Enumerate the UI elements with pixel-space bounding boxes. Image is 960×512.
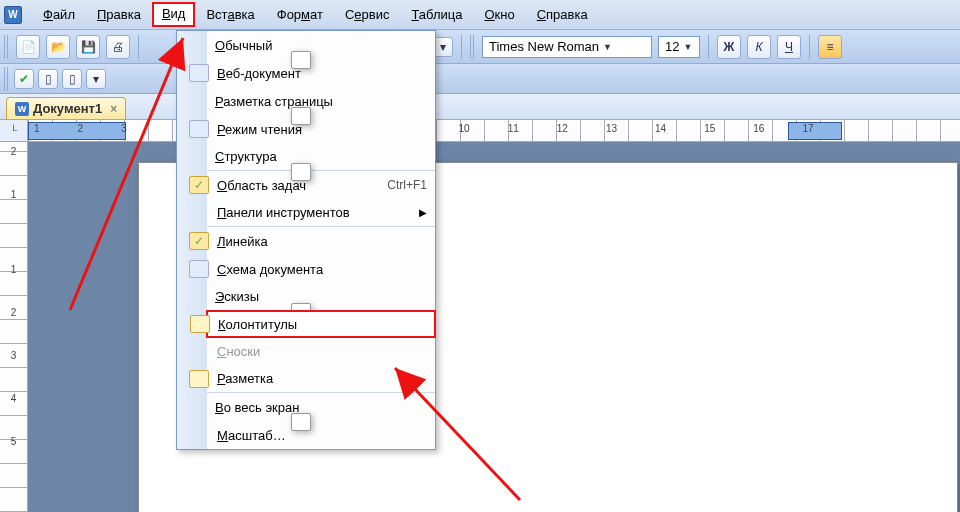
bold-button[interactable]: Ж <box>717 35 741 59</box>
check-icon: ✓ <box>189 176 209 194</box>
font-name-combo[interactable]: Times New Roman ▼ <box>482 36 652 58</box>
menu-item-эскизы[interactable]: Эскизы <box>207 283 435 311</box>
menu-item-label: Масштаб… <box>217 428 286 443</box>
menu-правка[interactable]: Правка <box>86 2 152 27</box>
toolbar-overflow[interactable]: ▾ <box>433 37 453 57</box>
menu-файл[interactable]: Файл <box>32 2 86 27</box>
menu-item-во-весь-экран[interactable]: Во весь экран <box>207 393 435 421</box>
menu-item-label: Режим чтения <box>217 122 302 137</box>
document-tab-bar: W Документ1 × <box>0 94 960 120</box>
print-button[interactable]: 🖨 <box>106 35 130 59</box>
menu-вставка[interactable]: Вставка <box>195 2 265 27</box>
chevron-down-icon: ▼ <box>683 42 692 52</box>
toolbar-grip-3[interactable] <box>4 67 10 91</box>
menu-справка[interactable]: Справка <box>526 2 599 27</box>
menu-item-label: Колонтитулы <box>218 317 297 332</box>
menu-item-панели-инструментов[interactable]: Панели инструментов▶ <box>207 199 435 227</box>
toolbar-grip[interactable] <box>4 35 10 59</box>
align-button[interactable]: ≡ <box>818 35 842 59</box>
menu-item-label: Во весь экран <box>215 400 299 415</box>
submenu-arrow-icon: ▶ <box>419 207 427 218</box>
word-doc-icon: W <box>15 102 29 116</box>
blue-icon <box>189 120 209 138</box>
menu-item-label: Обычный <box>215 38 272 53</box>
menu-item-label: Разметка страницы <box>215 94 333 109</box>
menu-item-label: Структура <box>215 149 277 164</box>
overflow-2[interactable]: ▾ <box>86 69 106 89</box>
chevron-down-icon: ▼ <box>603 42 612 52</box>
close-icon[interactable]: × <box>110 102 117 116</box>
menu-окно[interactable]: Окно <box>473 2 525 27</box>
menu-item-label: Эскизы <box>215 289 259 304</box>
standard-toolbar: 📄 📂 💾 🖨 ▦ ▾ Times New Roman ▼ 12 ▼ Ж К Ч… <box>0 30 960 64</box>
menu-item-масштаб-[interactable]: Масштаб… <box>207 421 435 449</box>
blue-icon <box>189 64 209 82</box>
menu-item-label: Сноски <box>217 344 260 359</box>
document-tab[interactable]: W Документ1 × <box>6 97 126 119</box>
ruler-corner[interactable]: └ <box>0 120 28 142</box>
menu-формат[interactable]: Формат <box>266 2 334 27</box>
document-area[interactable] <box>28 142 960 512</box>
menu-item-label: Панели инструментов <box>217 205 350 220</box>
menu-item-веб-документ[interactable]: Веб-документ <box>207 59 435 87</box>
menu-item-режим-чтения[interactable]: Режим чтения <box>207 115 435 143</box>
menu-item-область-задач[interactable]: ✓Область задачCtrl+F1 <box>207 171 435 199</box>
menu-item-label: Область задач <box>217 178 306 193</box>
next-change-button[interactable]: ▯ <box>62 69 82 89</box>
accept-button[interactable]: ✔ <box>14 69 34 89</box>
new-doc-button[interactable]: 📄 <box>16 35 40 59</box>
menu-item-сноски: Сноски <box>207 337 435 365</box>
menu-item-label: Веб-документ <box>217 66 301 81</box>
menu-item-разметка[interactable]: Разметка <box>207 365 435 393</box>
menu-item-структура[interactable]: Структура <box>207 143 435 171</box>
menubar: W ФайлПравкаВидВставкаФорматСервисТаблиц… <box>0 0 960 30</box>
menu-таблица[interactable]: Таблица <box>400 2 473 27</box>
font-size-value: 12 <box>665 39 679 54</box>
document-tab-label: Документ1 <box>33 101 102 116</box>
horizontal-ruler[interactable]: 123567891011121314151617 <box>28 120 960 142</box>
blue-icon <box>189 260 209 278</box>
menu-item-разметка-страницы[interactable]: Разметка страницы <box>207 87 435 115</box>
check-icon: ✓ <box>189 232 209 250</box>
shortcut-label: Ctrl+F1 <box>387 178 427 192</box>
yellow-icon <box>190 315 210 333</box>
open-button[interactable]: 📂 <box>46 35 70 59</box>
vertical-ruler[interactable]: 2112345 <box>0 142 28 512</box>
reject-button[interactable]: ▯ <box>38 69 58 89</box>
view-menu-dropdown: ОбычныйВеб-документРазметка страницыРежи… <box>176 30 436 450</box>
menu-item-схема-документа[interactable]: Схема документа <box>207 255 435 283</box>
app-icon: W <box>4 6 22 24</box>
toolbar-grip-2[interactable] <box>470 35 476 59</box>
menu-item-label: Схема документа <box>217 262 323 277</box>
menu-item-линейка[interactable]: ✓Линейка <box>207 227 435 255</box>
yellow-icon <box>189 370 209 388</box>
underline-button[interactable]: Ч <box>777 35 801 59</box>
font-name-value: Times New Roman <box>489 39 599 54</box>
italic-button[interactable]: К <box>747 35 771 59</box>
workspace: └ 123567891011121314151617 2112345 <box>0 120 960 512</box>
menu-item-label: Линейка <box>217 234 268 249</box>
menu-сервис[interactable]: Сервис <box>334 2 401 27</box>
font-size-combo[interactable]: 12 ▼ <box>658 36 700 58</box>
menu-вид[interactable]: Вид <box>152 2 196 27</box>
menu-item-колонтитулы[interactable]: Колонтитулы <box>206 310 436 338</box>
save-button[interactable]: 💾 <box>76 35 100 59</box>
menu-item-label: Разметка <box>217 371 273 386</box>
reviewing-toolbar: ✔ ▯ ▯ ▾ <box>0 64 960 94</box>
menu-item-обычный[interactable]: Обычный <box>207 31 435 59</box>
